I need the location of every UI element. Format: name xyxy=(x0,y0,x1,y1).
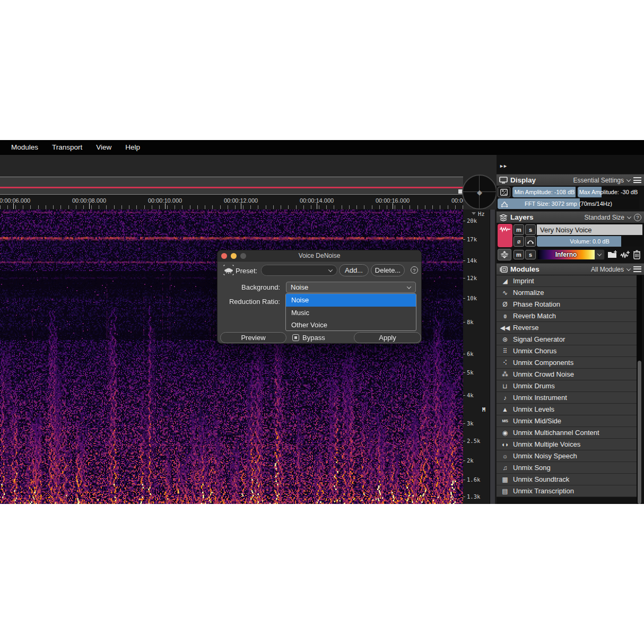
colormap-mute-button[interactable]: m xyxy=(514,250,524,259)
3d-navigation-ball[interactable]: ◆ xyxy=(462,175,497,210)
module-item-unmix-mid-side[interactable]: M/SUnmix Mid/Side xyxy=(497,415,637,427)
frequency-ruler[interactable]: Hz M 20k17k14k12k10k8k6k5k4k3k2.5k2k1.6k… xyxy=(463,210,497,504)
background-label: Background: xyxy=(217,283,280,291)
freq-tick xyxy=(463,395,465,396)
menu-item-help[interactable]: Help xyxy=(118,140,147,155)
reverse-icon: ◀◀ xyxy=(500,324,510,332)
module-label: Reverb Match xyxy=(513,312,556,320)
freq-tick-label: 2k xyxy=(467,457,474,464)
min-amplitude-value: Min Amplitude: -108 dB xyxy=(512,187,577,197)
module-item-unmix-drums[interactable]: ⊔Unmix Drums xyxy=(497,380,637,392)
amplitude-range-icon[interactable] xyxy=(498,187,510,197)
dropdown-option-noise[interactable]: Noise xyxy=(286,294,416,307)
preset-select[interactable] xyxy=(261,265,337,276)
layer-solo-button[interactable]: s xyxy=(525,224,536,235)
module-item-unmix-song[interactable]: ♫Unmix Song xyxy=(497,462,637,474)
modules-filter-select[interactable]: All Modules xyxy=(591,266,624,273)
bypass-label[interactable]: Bypass xyxy=(302,334,325,342)
module-item-unmix-soundtrack[interactable]: ▦Unmix Soundtrack xyxy=(497,474,637,485)
apply-button[interactable]: Apply xyxy=(354,332,421,343)
delete-layer-icon[interactable] xyxy=(633,249,641,259)
modules-scrollbar-thumb[interactable] xyxy=(638,361,641,504)
unmix-soundtrack-icon: ▦ xyxy=(500,476,510,483)
freq-tick-label: 1.6k xyxy=(467,476,480,483)
dialog-title: Voice DeNoise xyxy=(217,252,421,259)
module-item-imprint[interactable]: ◢Imprint xyxy=(497,275,637,287)
phase-rotation-icon: Ø xyxy=(500,301,510,308)
dropdown-option-music[interactable]: Music xyxy=(286,307,416,319)
preview-button[interactable]: Preview xyxy=(220,332,286,343)
module-item-unmix-transcription[interactable]: ▤Unmix Transcription xyxy=(497,485,637,497)
bypass-icon[interactable] xyxy=(292,334,299,341)
module-item-phase-rotation[interactable]: ØPhase Rotation xyxy=(497,299,637,310)
freq-tick-label: 5k xyxy=(467,369,474,376)
delete-preset-button[interactable]: Delete... xyxy=(371,264,405,276)
module-item-reverse[interactable]: ◀◀Reverse xyxy=(497,322,637,334)
display-preset-select[interactable]: Essential Settings xyxy=(573,177,624,184)
signal-generator-icon: ⊛ xyxy=(500,336,510,343)
side-panel: ►► Display Essential Settings Min Amplit… xyxy=(497,155,644,504)
module-item-reverb-match[interactable]: (|)Reverb Match xyxy=(497,310,637,322)
layers-size-select[interactable]: Standard Size xyxy=(585,214,624,221)
chevron-down-icon xyxy=(627,214,631,219)
menu-item-modules[interactable]: Modules xyxy=(4,140,45,155)
layer-pan-button[interactable] xyxy=(525,236,536,247)
add-preset-button[interactable]: Add... xyxy=(339,264,369,276)
min-amplitude-slider[interactable]: Min Amplitude: -108 dB xyxy=(512,187,577,197)
freq-tick-label: 8k xyxy=(467,319,474,325)
layers-help-icon[interactable]: ? xyxy=(634,214,641,221)
module-label: Unmix Components xyxy=(513,359,573,367)
layer-volume-slider[interactable]: Volume: 0.0 dB xyxy=(537,236,642,247)
normalize-icon: ∿ xyxy=(500,289,510,297)
layer-name[interactable]: Very Noisy Voice xyxy=(537,224,642,235)
modules-menu-icon[interactable] xyxy=(633,266,641,272)
freq-tick xyxy=(463,460,465,461)
module-label: Phase Rotation xyxy=(513,300,560,308)
module-label: Signal Generator xyxy=(513,335,565,343)
frequency-scrollbar[interactable] xyxy=(490,210,495,504)
menu-item-view[interactable]: View xyxy=(89,140,118,155)
menu-item-transport[interactable]: Transport xyxy=(45,140,89,155)
background-select[interactable]: Noise xyxy=(286,282,416,293)
add-layer-icon[interactable] xyxy=(620,250,631,259)
display-menu-icon[interactable] xyxy=(633,177,641,183)
max-amplitude-slider[interactable]: Max Amplitude: -30 dB xyxy=(578,187,639,197)
colormap-solo-button[interactable]: s xyxy=(525,250,536,259)
module-item-normalize[interactable]: ∿Normalize xyxy=(497,287,637,299)
colormap-gradient: Inferno xyxy=(537,250,595,259)
freq-tick-label: 1.3k xyxy=(467,493,480,500)
dialog-title-bar[interactable]: Voice DeNoise xyxy=(217,250,421,262)
colormap-stack-icon[interactable] xyxy=(498,249,511,260)
module-item-unmix-crowd-noise[interactable]: ⁂Unmix Crowd Noise xyxy=(497,369,637,380)
time-ruler[interactable]: 00:00:06.00000:00:08.00000:00:10.00000:0… xyxy=(0,195,463,210)
layer-mute-button[interactable]: m xyxy=(514,224,524,235)
module-item-signal-generator[interactable]: ⊛Signal Generator xyxy=(497,334,637,345)
module-item-unmix-instrument[interactable]: ♪Unmix Instrument xyxy=(497,392,637,404)
layer-thumbnail[interactable] xyxy=(498,224,512,247)
fft-size-slider[interactable]: FFT Size: 3072 smp (70ms/14Hz) xyxy=(498,198,639,209)
module-item-unmix-components[interactable]: ⠪Unmix Components xyxy=(497,357,637,369)
module-item-unmix-levels[interactable]: ▲Unmix Levels xyxy=(497,404,637,415)
dropdown-option-other-voice[interactable]: Other Voice xyxy=(286,319,416,331)
module-label: Unmix Noisy Speech xyxy=(513,452,577,460)
unmix-drums-icon: ⊔ xyxy=(500,382,510,390)
module-item-unmix-noisy-speech[interactable]: ☼Unmix Noisy Speech xyxy=(497,450,637,462)
module-label: Unmix Levels xyxy=(513,405,554,413)
modules-scrollbar[interactable] xyxy=(637,275,642,504)
voice-denoise-dialog: Voice DeNoise Preset: Add... Delete... ?… xyxy=(217,250,422,344)
add-group-icon[interactable] xyxy=(607,250,618,259)
freq-tick-label: 12k xyxy=(467,275,477,281)
freq-tick xyxy=(463,480,465,480)
overview-bar[interactable] xyxy=(0,177,463,195)
module-item-unmix-multichannel-content[interactable]: ◉Unmix Multichannel Content xyxy=(497,427,637,439)
colormap-select[interactable]: Inferno xyxy=(537,249,605,260)
time-ruler-ticks xyxy=(0,205,463,209)
layer-volume-value: Volume: 0.0 dB xyxy=(537,236,642,247)
collapse-panel-icon[interactable]: ►► xyxy=(499,163,507,169)
dialog-help-icon[interactable]: ? xyxy=(411,266,418,274)
module-item-unmix-multiple-voices[interactable]: ◖◗Unmix Multiple Voices xyxy=(497,439,637,450)
layer-phase-invert-button[interactable]: ø xyxy=(514,236,524,247)
module-item-unmix-chorus[interactable]: ⠿Unmix Chorus xyxy=(497,345,637,357)
unmix-levels-icon: ▲ xyxy=(500,406,510,413)
modules-panel-header: Modules All Modules xyxy=(497,263,644,275)
